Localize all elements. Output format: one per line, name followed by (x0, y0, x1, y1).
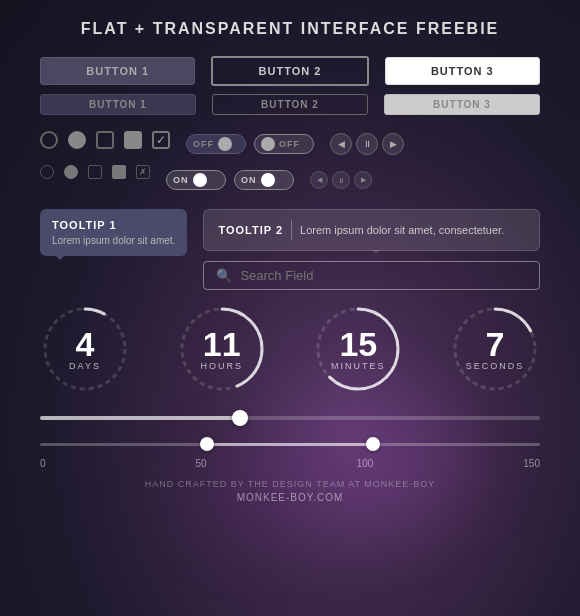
toggle-off-1[interactable]: OFF (186, 134, 246, 154)
countdown-seconds-circle: 7 SECONDS (450, 304, 540, 394)
search-container: 🔍 (203, 261, 540, 290)
controls-group-1: ✓ (40, 131, 170, 149)
hours-label: HOURS (200, 361, 243, 371)
button-sm-2[interactable]: BUTTON 2 (212, 94, 368, 115)
seconds-label: SECONDS (466, 361, 525, 371)
toggle-on-1-label: ON (173, 175, 189, 185)
countdown-minutes: 15 MINUTES (313, 304, 403, 394)
tooltip-2-title: TOOLTIP 2 (218, 224, 283, 236)
tooltip-1-title: TOOLTIP 1 (52, 219, 175, 231)
countdown-section: 4 DAYS 11 HOURS (40, 304, 540, 394)
range-label-0: 0 (40, 458, 46, 469)
button-2[interactable]: BUTTON 2 (211, 56, 368, 86)
toggle-on-knob-1 (193, 173, 207, 187)
tooltips-section: TOOLTIP 1 Lorem ipsum dolor sit amet. TO… (40, 209, 540, 290)
range-label-3: 150 (523, 458, 540, 469)
radio-sm-filled[interactable] (64, 165, 78, 179)
checkbox-sm-empty[interactable] (88, 165, 102, 179)
checkbox-empty-1[interactable] (96, 131, 114, 149)
toggle-on-2[interactable]: ON (234, 170, 294, 190)
slider-fill (40, 416, 240, 420)
checkbox-filled-1[interactable] (124, 131, 142, 149)
controls-group-2: ✗ (40, 165, 150, 179)
media-controls-2: ◀ ⏸ ▶ (310, 171, 372, 189)
tooltip-2: TOOLTIP 2 Lorem ipsum dolor sit amet, co… (203, 209, 540, 251)
checkbox-sm-x[interactable]: ✗ (136, 165, 150, 179)
toggle-knob-2 (261, 137, 275, 151)
toggle-off-2-label: OFF (279, 139, 300, 149)
radio-empty-1[interactable] (40, 131, 58, 149)
checkbox-check-1[interactable]: ✓ (152, 131, 170, 149)
slider-track[interactable] (40, 416, 540, 420)
hours-value: 11 (203, 327, 241, 361)
range-labels: 0 50 100 150 (40, 458, 540, 469)
minutes-value: 15 (339, 327, 377, 361)
search-icon: 🔍 (216, 268, 232, 283)
range-label-2: 100 (357, 458, 374, 469)
radio-filled-1[interactable] (68, 131, 86, 149)
range-track[interactable] (40, 443, 540, 446)
tooltip-1-body: Lorem ipsum dolor sit amet. (52, 235, 175, 246)
buttons-row-1: BUTTON 1 BUTTON 2 BUTTON 3 (40, 56, 540, 86)
countdown-hours: 11 HOURS (177, 304, 267, 394)
footer: HAND CRAFTED BY THE DESIGN TEAM AT MONKE… (40, 479, 540, 503)
toggle-on-2-label: ON (241, 175, 257, 185)
next-sm-button[interactable]: ▶ (354, 171, 372, 189)
toggle-off-1-label: OFF (193, 139, 214, 149)
tooltip-2-body: Lorem ipsum dolor sit amet, consectetuer… (300, 224, 504, 236)
toggle-knob-1 (218, 137, 232, 151)
countdown-hours-circle: 11 HOURS (177, 304, 267, 394)
pause-button[interactable]: ⏸ (356, 133, 378, 155)
range-fill (207, 443, 374, 446)
toggle-off-2[interactable]: OFF (254, 134, 314, 154)
slider-section (40, 416, 540, 420)
range-label-1: 50 (196, 458, 207, 469)
tooltip-divider (291, 220, 292, 240)
button-sm-3[interactable]: BUTTON 3 (384, 94, 540, 115)
toggle-on-1[interactable]: ON (166, 170, 226, 190)
buttons-row-2: BUTTON 1 BUTTON 2 BUTTON 3 (40, 94, 540, 115)
tooltip-1: TOOLTIP 1 Lorem ipsum dolor sit amet. (40, 209, 187, 256)
toggles-group-2: ON ON (166, 170, 294, 190)
footer-line1: HAND CRAFTED BY THE DESIGN TEAM AT MONKE… (40, 479, 540, 489)
button-3[interactable]: BUTTON 3 (385, 57, 540, 85)
prev-sm-button[interactable]: ◀ (310, 171, 328, 189)
minutes-label: MINUTES (331, 361, 386, 371)
days-label: DAYS (69, 361, 101, 371)
pause-sm-button[interactable]: ⏸ (332, 171, 350, 189)
button-1[interactable]: BUTTON 1 (40, 57, 195, 85)
range-knob-low[interactable] (200, 437, 214, 451)
media-controls-1: ◀ ⏸ ▶ (330, 133, 404, 155)
range-track-wrap (40, 434, 540, 454)
page-title: FLAT + TRANSPARENT INTERFACE FREEBIE (40, 20, 540, 38)
days-value: 4 (76, 327, 95, 361)
button-sm-1[interactable]: BUTTON 1 (40, 94, 196, 115)
countdown-seconds: 7 SECONDS (450, 304, 540, 394)
next-button[interactable]: ▶ (382, 133, 404, 155)
seconds-value: 7 (486, 327, 505, 361)
search-input[interactable] (240, 268, 440, 283)
prev-button[interactable]: ◀ (330, 133, 352, 155)
range-slider-section: 0 50 100 150 (40, 434, 540, 469)
countdown-days-circle: 4 DAYS (40, 304, 130, 394)
countdown-minutes-circle: 15 MINUTES (313, 304, 403, 394)
toggles-group: OFF OFF (186, 134, 314, 154)
radio-sm-empty[interactable] (40, 165, 54, 179)
toggle-on-knob-2 (261, 173, 275, 187)
slider-knob[interactable] (232, 410, 248, 426)
footer-link: monkee-boy.com (40, 492, 540, 503)
countdown-days: 4 DAYS (40, 304, 130, 394)
checkbox-sm-filled[interactable] (112, 165, 126, 179)
range-knob-high[interactable] (366, 437, 380, 451)
